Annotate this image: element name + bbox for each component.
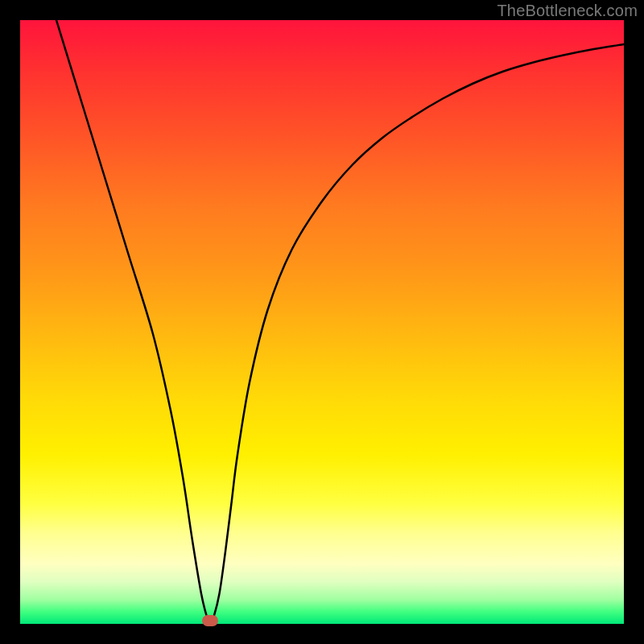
bottleneck-curve-path bbox=[56, 20, 624, 621]
curve-svg bbox=[20, 20, 624, 624]
optimal-point-marker bbox=[202, 615, 218, 626]
chart-frame: TheBottleneck.com bbox=[0, 0, 644, 644]
watermark-text: TheBottleneck.com bbox=[497, 2, 638, 20]
